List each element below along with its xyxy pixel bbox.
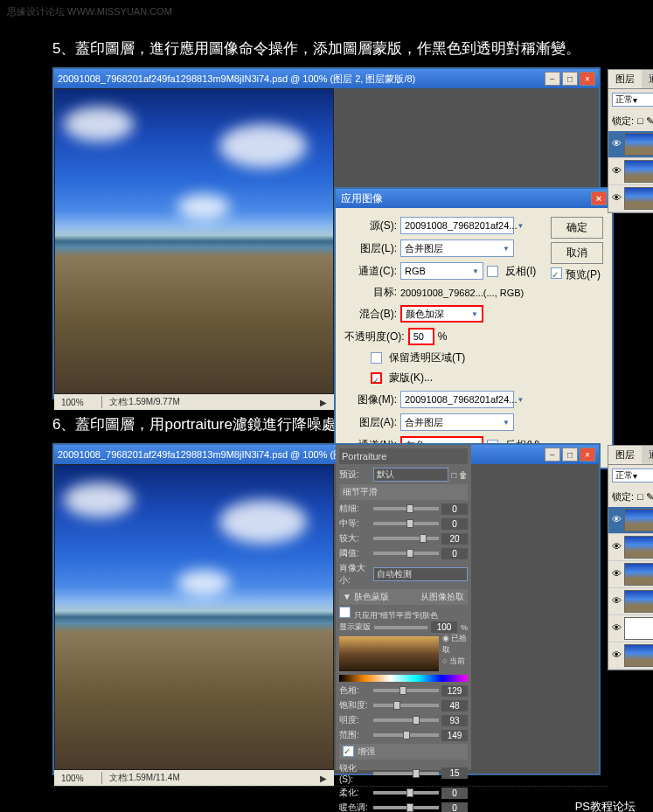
threshold-slider[interactable] [373, 552, 439, 555]
enhance-checkbox[interactable] [343, 746, 354, 757]
beach-image [54, 88, 334, 394]
step-5-text: 5、蓋印圖層，進行應用圖像命令操作，添加圖層蒙版，作黑色到透明對稱漸變。 [52, 37, 601, 60]
channel-dropdown[interactable]: RGB [400, 262, 483, 280]
canvas-area-2[interactable]: 100% 文档:1.59M/11.4M ▶ [54, 464, 334, 786]
close-button[interactable]: × [580, 448, 595, 462]
layer-thumbnail [624, 187, 653, 210]
layer-item[interactable]: 👁 图... [608, 158, 653, 185]
dialog-title-bar[interactable]: 应用图像 × [336, 189, 612, 208]
layer-item[interactable]: 👁 图层 2 [608, 131, 653, 158]
photoshop-window-1: 20091008_7968201af249fa1298813m9M8jIN3i7… [52, 67, 601, 399]
tab-layers[interactable]: 图层 [608, 70, 642, 88]
layer-item[interactable]: 👁 图层 2 [608, 534, 653, 561]
layers-panel: 图层 通道 路径 正常 ▾ 不透明度: 100% 锁定: □ ✎ ✥ 🔒 填充:… [608, 69, 653, 213]
visibility-icon[interactable]: 👁 [610, 649, 622, 662]
layer-item[interactable]: 👁 图层 1 [608, 588, 653, 615]
footer-watermark: PS教程论坛 BBS.16XX8.COM [0, 792, 653, 812]
blend-mode-dropdown[interactable]: 正常 ▾ [612, 93, 653, 107]
portrait-size-dropdown[interactable]: 自动检测 [373, 567, 468, 581]
visibility-icon[interactable]: 👁 [610, 622, 622, 635]
mask-checkbox[interactable] [371, 372, 382, 384]
mask-layer-dropdown[interactable]: 合并图层 [400, 413, 514, 431]
plugin-title: Portraiture [339, 448, 468, 464]
sat-slider[interactable] [373, 704, 439, 707]
cancel-button[interactable]: 取消 [551, 242, 603, 264]
visibility-icon[interactable]: 👁 [610, 165, 622, 177]
visibility-icon[interactable]: 👁 [610, 192, 622, 205]
minimize-button[interactable]: − [545, 448, 560, 462]
window-title: 20091008_7968201af249fa1298813m9M8jIN3i7… [58, 73, 545, 86]
color-swatch[interactable] [339, 636, 439, 671]
layer-thumbnail [624, 509, 653, 531]
soft-slider[interactable] [373, 791, 439, 795]
color-ramp[interactable] [339, 675, 468, 682]
close-button[interactable]: × [580, 72, 595, 86]
section-enhancements: 增强 [339, 744, 468, 760]
section-skin-tone: ▼ 肤色蒙版 从图像拾取 [339, 589, 468, 605]
status-bar: 100% 文档:1.59M/9.77M ▶ [54, 394, 334, 410]
source-dropdown[interactable]: 20091008_7968201af24... [400, 217, 514, 234]
visibility-icon[interactable]: 👁 [610, 138, 622, 150]
visibility-icon[interactable]: 👁 [610, 595, 622, 607]
visibility-icon[interactable]: 👁 [610, 541, 622, 553]
canvas-area[interactable]: 100% 文档:1.59M/9.77M ▶ [54, 88, 334, 410]
layer-thumbnail [624, 536, 653, 559]
lum-slider[interactable] [373, 718, 439, 722]
title-bar-2: 20091008_7968201af249fa1298813m9M8jIN3i7… [54, 445, 599, 464]
large-slider[interactable] [373, 537, 439, 540]
layer-item[interactable]: 👁 图层 1 [608, 185, 653, 212]
maximize-button[interactable]: □ [562, 72, 578, 86]
fine-slider[interactable] [373, 507, 439, 510]
sharp-slider[interactable] [373, 772, 439, 775]
photoshop-window-2: 20091008_7968201af249fa1298813m9M8jIN3i7… [52, 443, 601, 775]
layer-item[interactable]: 👁 图层 3 [608, 507, 653, 534]
visibility-icon[interactable]: 👁 [610, 568, 622, 580]
tab-channels[interactable]: 通道 [642, 70, 653, 88]
layer-dropdown[interactable]: 合并图层 [400, 239, 514, 257]
status-bar-2: 100% 文档:1.59M/11.4M ▶ [54, 770, 334, 786]
warm-slider[interactable] [373, 806, 439, 809]
opacity-input[interactable] [408, 328, 434, 345]
mask-image-dropdown[interactable]: 20091008_7968201af24... [400, 391, 514, 408]
maximize-button[interactable]: □ [562, 448, 578, 462]
minimize-button[interactable]: − [545, 72, 560, 86]
portraiture-panel: Portraiture 预设: 默认 □ 🗑 细节平滑 精细:0 中等:0 较大… [336, 445, 471, 770]
layer-item[interactable]: 👁 图... [608, 561, 653, 588]
tab-channels[interactable]: 通道 [642, 446, 653, 464]
apply-image-dialog: 应用图像 × 源(S): 20091008_7968201af24... 图层(… [334, 187, 614, 469]
tab-layers[interactable]: 图层 [608, 446, 642, 464]
blend-dropdown[interactable]: 颜色加深 [400, 305, 483, 323]
window-title-2: 20091008_7968201af249fa1298813m9M8jIN3i7… [58, 448, 545, 462]
title-bar: 20091008_7968201af249fa1298813m9M8jIN3i7… [54, 69, 599, 88]
layer-thumbnail [624, 160, 653, 183]
ok-button[interactable]: 确定 [551, 217, 603, 239]
preview-checkbox[interactable] [551, 267, 562, 279]
layer-item[interactable]: 👁 背景 [608, 642, 653, 670]
layer-thumbnail [624, 133, 653, 156]
blend-mode-dropdown[interactable]: 正常 ▾ [612, 468, 653, 482]
invert-checkbox[interactable] [487, 266, 498, 277]
section-detail-smoothing: 细节平滑 [339, 484, 468, 500]
hue-slider[interactable] [373, 689, 439, 692]
layer-thumbnail [624, 590, 653, 613]
lat-slider[interactable] [373, 733, 439, 737]
beach-image-2 [54, 464, 334, 770]
layers-panel-2: 图层 通道 路径 正常 ▾ 不透明度: 100% 锁定: □ ✎ ✥ 🔒 填充:… [608, 445, 653, 670]
preset-dropdown[interactable]: 默认 [373, 468, 448, 482]
watermark-top: 思缘设计论坛 WWW.MISSYUAN.COM [0, 0, 653, 24]
only-apply-checkbox[interactable] [339, 607, 351, 618]
dialog-close-button[interactable]: × [591, 191, 607, 205]
mask-opacity-slider[interactable] [374, 626, 427, 629]
divider [52, 786, 608, 787]
medium-slider[interactable] [373, 522, 439, 525]
preserve-trans-checkbox[interactable] [371, 352, 382, 364]
layer-thumbnail [624, 617, 653, 640]
visibility-icon[interactable]: 👁 [610, 514, 622, 526]
layer-thumbnail [624, 644, 653, 667]
layer-item[interactable]: 👁 背... [608, 615, 653, 642]
layer-thumbnail [624, 563, 653, 586]
